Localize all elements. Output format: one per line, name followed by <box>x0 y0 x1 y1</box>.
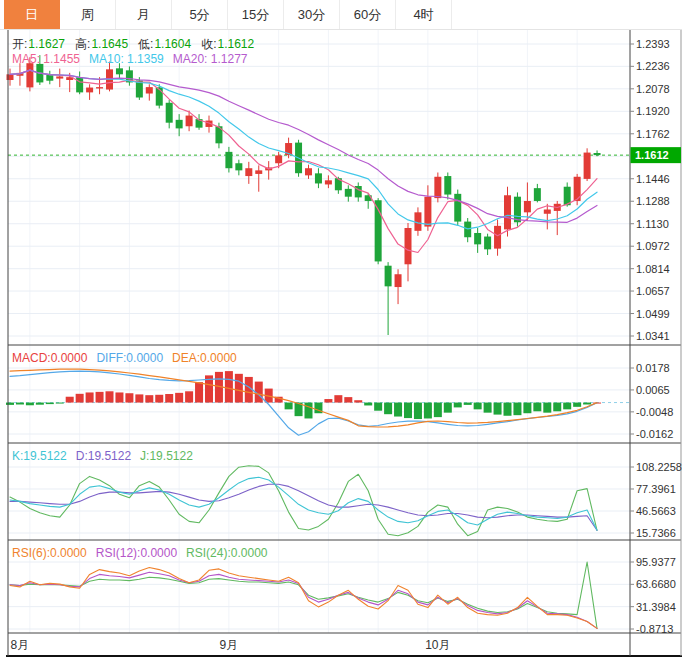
svg-text:1.0657: 1.0657 <box>636 285 670 297</box>
svg-text:31.3984: 31.3984 <box>636 601 676 613</box>
close-label: 收: <box>201 37 216 51</box>
svg-text:108.2258: 108.2258 <box>636 461 682 473</box>
rsi24-legend-item: RSI(24):0.0000 <box>186 546 267 560</box>
macd-legend-item: MACD:0.0000 <box>12 351 87 365</box>
low-label: 低: <box>138 37 153 51</box>
high-value: 1.1645 <box>91 37 128 51</box>
svg-text:1.0972: 1.0972 <box>636 240 670 252</box>
svg-text:9月: 9月 <box>220 638 239 652</box>
svg-text:46.5663: 46.5663 <box>636 505 676 517</box>
svg-text:1.1762: 1.1762 <box>636 128 670 140</box>
svg-text:0.0178: 0.0178 <box>636 362 670 374</box>
dea-legend-item: DEA:0.0000 <box>172 351 237 365</box>
svg-text:-0.0048: -0.0048 <box>636 406 673 418</box>
svg-text:8月: 8月 <box>11 638 30 652</box>
high-label: 高: <box>75 37 90 51</box>
svg-text:95.9377: 95.9377 <box>636 556 676 568</box>
d-legend-item: D:19.5122 <box>76 449 131 463</box>
svg-text:1.1288: 1.1288 <box>636 195 670 207</box>
ma10-legend-item: MA10: 1.1359 <box>89 52 164 66</box>
macd-legend: MACD:0.0000DIFF:0.0000DEA:0.0000 <box>12 351 246 365</box>
ma20-legend-item: MA20: 1.1277 <box>173 52 248 66</box>
svg-text:63.6680: 63.6680 <box>636 578 676 590</box>
svg-text:0.0065: 0.0065 <box>636 384 670 396</box>
svg-text:1.0341: 1.0341 <box>636 330 670 342</box>
svg-text:1.0814: 1.0814 <box>636 263 670 275</box>
tab-item-3[interactable]: 5分 <box>172 0 228 29</box>
ma5-legend-item: MA5: 1.1455 <box>12 52 80 66</box>
svg-text:15.7366: 15.7366 <box>636 527 676 539</box>
svg-text:1.2236: 1.2236 <box>636 60 670 72</box>
tab-item-1[interactable]: 周 <box>60 0 116 29</box>
tab-item-2[interactable]: 月 <box>116 0 172 29</box>
svg-text:10月: 10月 <box>425 638 450 652</box>
tab-item-0[interactable]: 日 <box>4 0 60 29</box>
svg-text:1.2078: 1.2078 <box>636 83 670 95</box>
timeframe-tab-bar: 日周月5分15分30分60分4时 <box>0 0 682 30</box>
low-value: 1.1604 <box>154 37 191 51</box>
rsi6-legend-item: RSI(6):0.0000 <box>12 546 87 560</box>
diff-legend-item: DIFF:0.0000 <box>96 351 163 365</box>
rsi-legend: RSI(6):0.0000RSI(12):0.0000RSI(24):0.000… <box>12 546 277 560</box>
svg-text:1.1130: 1.1130 <box>636 218 669 230</box>
svg-text:-0.8713: -0.8713 <box>636 623 673 635</box>
svg-text:1.2393: 1.2393 <box>636 38 670 50</box>
chart-svg[interactable]: 1.23931.22361.20781.19201.17621.14461.12… <box>0 0 682 665</box>
k-legend-item: K:19.5122 <box>12 449 67 463</box>
open-value: 1.1627 <box>28 37 65 51</box>
svg-text:1.1446: 1.1446 <box>636 173 670 185</box>
ma-legend: MA5: 1.1455MA10: 1.1359MA20: 1.1277 <box>12 52 256 66</box>
tab-item-6[interactable]: 60分 <box>340 0 396 29</box>
svg-text:77.3961: 77.3961 <box>636 483 676 495</box>
rsi12-legend-item: RSI(12):0.0000 <box>96 546 177 560</box>
ohlc-readout: 开:1.1627高:1.1645低:1.1604收:1.1612 <box>12 37 264 51</box>
kline-chart-app: 日周月5分15分30分60分4时 1.23931.22361.20781.192… <box>0 0 682 665</box>
tab-item-7[interactable]: 4时 <box>396 0 452 29</box>
kdj-legend: K:19.5122D:19.5122J:19.5122 <box>12 449 202 463</box>
svg-text:1.0499: 1.0499 <box>636 308 670 320</box>
j-legend-item: J:19.5122 <box>140 449 193 463</box>
svg-text:1.1612: 1.1612 <box>635 149 669 161</box>
open-label: 开: <box>12 37 27 51</box>
svg-text:1.1920: 1.1920 <box>636 105 670 117</box>
tab-item-5[interactable]: 30分 <box>284 0 340 29</box>
svg-text:-0.0162: -0.0162 <box>636 428 673 440</box>
tab-item-4[interactable]: 15分 <box>228 0 284 29</box>
close-value: 1.1612 <box>217 37 254 51</box>
